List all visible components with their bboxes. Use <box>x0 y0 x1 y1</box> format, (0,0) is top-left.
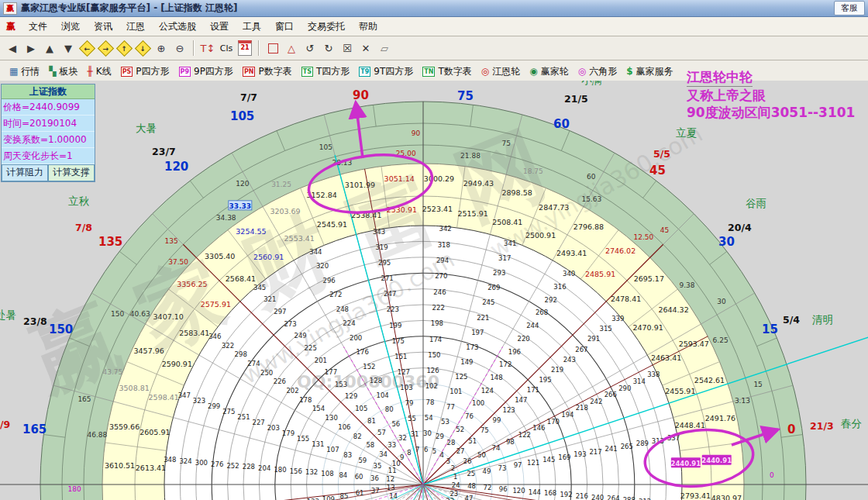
menu-formula[interactable]: 公式选股 <box>152 19 203 35</box>
zoom-out-icon[interactable]: ⊖ <box>171 40 188 57</box>
svg-text:197: 197 <box>471 329 484 336</box>
shrink-icon[interactable]: ✕ <box>357 40 374 57</box>
step-row: 周天变化步长=1 <box>2 148 95 164</box>
svg-text:26: 26 <box>463 457 472 465</box>
diamond-down-icon[interactable]: ↓ <box>134 40 151 57</box>
zoom-in-icon[interactable]: ⊕ <box>153 40 170 57</box>
menu-window[interactable]: 窗口 <box>268 19 301 35</box>
svg-text:252: 252 <box>226 462 239 470</box>
customer-service-button[interactable]: 客服 <box>834 1 865 16</box>
ribbon-service[interactable]: $赢家服务 <box>626 65 673 78</box>
ribbon-sectors-icon: ▚ <box>49 66 56 77</box>
eraser-icon[interactable]: ▱ <box>376 40 393 57</box>
triangle-tool-icon[interactable]: △ <box>283 40 300 57</box>
ribbon-9p-square[interactable]: P99P四方形 <box>179 65 233 78</box>
svg-text:55: 55 <box>408 415 416 422</box>
svg-text:35: 35 <box>374 462 382 470</box>
nav-right-icon[interactable]: ▶ <box>22 40 40 57</box>
svg-text:194: 194 <box>561 411 574 419</box>
svg-text:149: 149 <box>460 358 473 366</box>
note-line-1: 江恩轮中轮 <box>687 68 753 87</box>
ribbon-kline-label: K线 <box>96 65 112 78</box>
svg-text:1: 1 <box>453 473 457 481</box>
box-x-icon[interactable]: ☒ <box>339 40 356 57</box>
svg-text:323: 323 <box>193 397 205 405</box>
edge-label-238: 23/8 <box>23 316 47 327</box>
svg-text:170: 170 <box>547 418 560 426</box>
svg-text:275: 275 <box>222 408 235 416</box>
ribbon-quotes[interactable]: ▦行情 <box>9 65 40 78</box>
svg-text:83: 83 <box>343 451 352 459</box>
nav-down-icon[interactable]: ▼ <box>60 40 77 57</box>
menu-browse[interactable]: 浏览 <box>54 19 87 35</box>
svg-text:288: 288 <box>623 496 636 500</box>
price-label: 2455.91 <box>665 387 695 395</box>
price-label: 2613.41 <box>136 464 166 472</box>
svg-text:151: 151 <box>394 353 407 360</box>
svg-text:241: 241 <box>605 445 618 453</box>
edge-label-: 清明 <box>812 313 833 326</box>
ribbon-sectors[interactable]: ▚板块 <box>49 65 78 78</box>
edge-label-54: 5/4 <box>783 314 800 326</box>
edge-label-30: 30 <box>718 235 735 249</box>
edge-label-: 立秋 <box>68 195 90 207</box>
app-icon: 赢 <box>3 2 17 15</box>
menu-file[interactable]: 文件 <box>22 19 54 35</box>
gann-wheel-chart[interactable]: 1234567891011121314222324252627282930313… <box>0 81 868 500</box>
ribbon-p-table[interactable]: PNP数字表 <box>243 65 292 78</box>
svg-text:12: 12 <box>386 475 394 483</box>
menu-tools[interactable]: 工具 <box>236 19 268 35</box>
svg-text:193: 193 <box>574 450 586 458</box>
svg-text:324: 324 <box>179 457 191 465</box>
svg-text:267: 267 <box>575 346 587 353</box>
rotate-ccw-icon[interactable]: ↺ <box>301 40 319 57</box>
menu-settings[interactable]: 设置 <box>203 19 236 35</box>
diamond-left-icon[interactable]: ← <box>78 40 95 57</box>
ribbon-hexagon[interactable]: ◎六角形 <box>578 65 617 78</box>
svg-text:174: 174 <box>429 336 442 343</box>
svg-text:180: 180 <box>68 485 81 493</box>
edge-label-135: 135 <box>98 235 122 249</box>
ribbon-9t-square[interactable]: T99T四方形 <box>359 65 413 78</box>
diamond-up-icon[interactable]: ↑ <box>115 40 133 57</box>
svg-text:80: 80 <box>385 405 394 413</box>
index-info-panel: 上证指数 价格=2440.9099 时间=20190104 变换系数=1.000… <box>1 84 95 182</box>
index-name: 上证指数 <box>2 84 95 99</box>
ribbon-t-square[interactable]: TST四方形 <box>301 65 350 78</box>
menu-gann[interactable]: 江恩 <box>119 19 152 35</box>
menu-trade[interactable]: 交易委托 <box>301 19 352 35</box>
svg-text:178: 178 <box>299 396 312 404</box>
menu-help[interactable]: 帮助 <box>352 19 384 35</box>
svg-text:30: 30 <box>717 298 726 305</box>
menu-news[interactable]: 资讯 <box>87 19 119 35</box>
svg-text:314: 314 <box>633 378 646 385</box>
square-tool-icon[interactable] <box>264 40 281 57</box>
sort-icon[interactable]: T↕ <box>199 40 216 57</box>
ribbon-t-table-icon: TN <box>422 67 435 77</box>
calendar-icon[interactable]: 21 <box>236 40 253 57</box>
diamond-right-icon[interactable]: → <box>97 40 114 57</box>
svg-text:0: 0 <box>770 471 774 479</box>
svg-text:34: 34 <box>379 450 388 458</box>
nav-up-icon[interactable]: ▲ <box>41 40 58 57</box>
ribbon-p-square[interactable]: PSP四方形 <box>121 65 170 78</box>
calc-resistance-button[interactable]: 计算阻力 <box>2 164 48 181</box>
ribbon-winner-wheel[interactable]: ◉赢家轮 <box>529 65 568 78</box>
svg-text:52: 52 <box>456 426 464 433</box>
gann-wheel-canvas[interactable]: 1234567891011121314222324252627282930313… <box>0 81 868 500</box>
svg-text:122: 122 <box>518 431 531 439</box>
edge-label-120: 120 <box>164 160 188 174</box>
nav-left-icon[interactable]: ◀ <box>4 40 21 57</box>
ribbon-winner-wheel-label: 赢家轮 <box>541 65 569 78</box>
cls-button[interactable]: Cls <box>218 40 235 57</box>
ribbon-kline[interactable]: ╫K线 <box>88 65 112 78</box>
price-label: 2605.91 <box>140 428 170 436</box>
price-label: 2598.41 <box>149 393 179 402</box>
rotate-cw-icon[interactable]: ↻ <box>320 40 337 57</box>
ribbon-t-table[interactable]: TNT数字表 <box>422 65 472 78</box>
svg-text:34.38: 34.38 <box>216 214 236 222</box>
ribbon-9p-square-label: 9P四方形 <box>194 65 233 78</box>
svg-text:98: 98 <box>506 438 515 446</box>
ribbon-gann-wheel[interactable]: ◎江恩轮 <box>481 65 520 78</box>
calc-support-button[interactable]: 计算支撑 <box>48 164 95 181</box>
